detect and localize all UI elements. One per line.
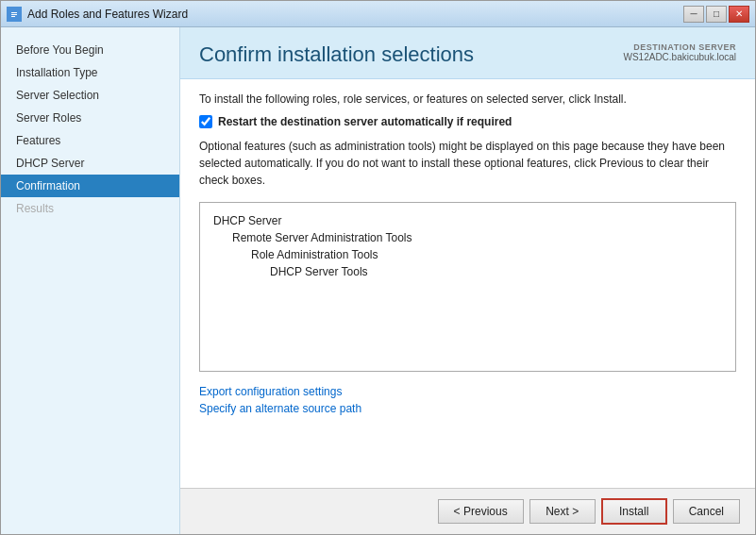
content-area: Before You Begin Installation Type Serve…	[1, 27, 755, 534]
footer: < Previous Next > Install Cancel	[180, 488, 755, 534]
minimize-button[interactable]: ─	[683, 6, 704, 23]
sidebar-item-features[interactable]: Features	[1, 129, 179, 152]
title-bar-left: Add Roles and Features Wizard	[7, 7, 188, 22]
next-button[interactable]: Next >	[529, 499, 596, 524]
svg-rect-1	[11, 12, 17, 13]
sidebar-item-results[interactable]: Results	[1, 197, 179, 220]
destination-info: DESTINATION SERVER WS12ADC.bakicubuk.loc…	[624, 42, 737, 62]
main-content: Confirm installation selections DESTINAT…	[180, 27, 755, 534]
feature-list-box: DHCP Server Remote Server Administration…	[199, 202, 736, 372]
wizard-icon	[7, 7, 22, 22]
sidebar-item-dhcp-server[interactable]: DHCP Server	[1, 152, 179, 175]
window-title: Add Roles and Features Wizard	[27, 8, 188, 21]
previous-button[interactable]: < Previous	[438, 499, 524, 524]
page-body: To install the following roles, role ser…	[180, 79, 755, 488]
sidebar-item-before-you-begin[interactable]: Before You Begin	[1, 39, 179, 61]
feature-role-admin-tools: Role Administration Tools	[213, 246, 722, 263]
feature-dhcp-server: DHCP Server	[213, 212, 722, 229]
feature-remote-admin-tools: Remote Server Administration Tools	[213, 229, 722, 246]
page-title: Confirm installation selections	[199, 42, 474, 67]
destination-label: DESTINATION SERVER	[624, 42, 737, 52]
sidebar: Before You Begin Installation Type Serve…	[1, 27, 180, 534]
restart-checkbox-row: Restart the destination server automatic…	[199, 115, 736, 128]
alternate-source-link[interactable]: Specify an alternate source path	[199, 402, 736, 415]
optional-text: Optional features (such as administratio…	[199, 138, 736, 189]
intro-text: To install the following roles, role ser…	[199, 92, 736, 106]
export-links: Export configuration settings Specify an…	[199, 385, 736, 415]
feature-dhcp-server-tools: DHCP Server Tools	[213, 263, 722, 280]
sidebar-item-server-selection[interactable]: Server Selection	[1, 84, 179, 107]
title-bar: Add Roles and Features Wizard ─ □ ✕	[1, 1, 755, 27]
sidebar-item-installation-type[interactable]: Installation Type	[1, 61, 179, 84]
restart-checkbox[interactable]	[199, 115, 212, 128]
maximize-button[interactable]: □	[706, 6, 727, 23]
cancel-button[interactable]: Cancel	[673, 499, 740, 524]
svg-rect-3	[11, 16, 15, 17]
install-button[interactable]: Install	[601, 498, 667, 525]
sidebar-item-server-roles[interactable]: Server Roles	[1, 107, 179, 129]
title-controls: ─ □ ✕	[683, 6, 749, 23]
destination-server: WS12ADC.bakicubuk.local	[624, 52, 737, 62]
restart-label: Restart the destination server automatic…	[218, 115, 512, 128]
sidebar-item-confirmation[interactable]: Confirmation	[1, 175, 179, 197]
svg-rect-2	[11, 14, 17, 15]
export-config-link[interactable]: Export configuration settings	[199, 385, 736, 398]
wizard-window: Add Roles and Features Wizard ─ □ ✕ Befo…	[0, 0, 756, 535]
page-header: Confirm installation selections DESTINAT…	[180, 27, 755, 79]
close-button[interactable]: ✕	[729, 6, 749, 23]
